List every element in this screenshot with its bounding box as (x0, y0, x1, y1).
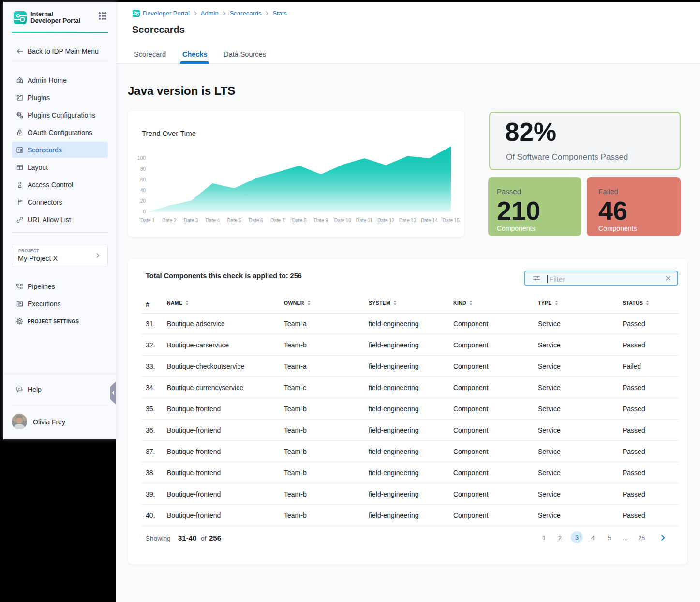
svg-text:Date 11: Date 11 (356, 218, 373, 223)
svg-text:20: 20 (140, 198, 146, 204)
svg-text:80: 80 (140, 166, 146, 172)
svg-text:60: 60 (140, 177, 146, 182)
svg-text:0: 0 (143, 209, 146, 214)
svg-text:Date 14: Date 14 (421, 218, 438, 223)
svg-text:Date 10: Date 10 (334, 218, 351, 223)
svg-text:Date 12: Date 12 (377, 218, 394, 223)
svg-text:Date 13: Date 13 (399, 218, 416, 223)
svg-text:40: 40 (140, 188, 146, 193)
svg-text:Date 4: Date 4 (206, 218, 220, 223)
svg-text:Date 3: Date 3 (184, 218, 198, 223)
svg-text:Date 7: Date 7 (270, 218, 285, 223)
svg-text:Date 15: Date 15 (443, 218, 460, 223)
svg-text:Date 8: Date 8 (292, 218, 307, 223)
svg-text:Date 6: Date 6 (249, 218, 263, 223)
svg-text:Date 5: Date 5 (227, 218, 241, 223)
svg-text:Date 2: Date 2 (162, 218, 177, 223)
svg-text:100: 100 (137, 155, 146, 161)
svg-text:Date 1: Date 1 (140, 218, 155, 223)
svg-text:Date 9: Date 9 (314, 218, 328, 223)
